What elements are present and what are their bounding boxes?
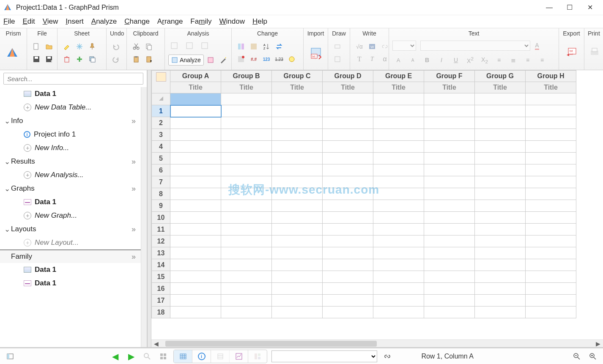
data-cell[interactable] <box>526 295 576 307</box>
nav-data-1[interactable]: Data 1 <box>0 87 141 101</box>
nav-family-graph[interactable]: Data 1 <box>0 276 141 290</box>
data-cell[interactable] <box>526 259 576 271</box>
column-header[interactable]: Group G <box>475 71 526 82</box>
data-cell[interactable] <box>272 212 323 224</box>
menu-change[interactable]: Change <box>124 17 150 26</box>
data-cell[interactable] <box>221 247 272 259</box>
data-cell[interactable] <box>424 176 475 188</box>
data-cell[interactable] <box>323 295 373 307</box>
column-header[interactable]: Group F <box>424 71 475 82</box>
nav-section-family[interactable]: Family » <box>0 249 141 263</box>
menu-help[interactable]: Help <box>252 17 267 26</box>
data-cell[interactable] <box>475 307 526 318</box>
data-cell[interactable] <box>526 176 576 188</box>
data-cell[interactable] <box>373 271 424 283</box>
data-cell[interactable] <box>424 259 475 271</box>
wand-button[interactable] <box>217 54 229 66</box>
data-cell[interactable] <box>323 117 373 129</box>
data-cell[interactable] <box>323 200 373 212</box>
data-cell[interactable] <box>323 105 373 117</box>
data-cell[interactable] <box>221 271 272 283</box>
data-cell[interactable] <box>526 247 576 259</box>
analyze-button[interactable]: Analyze <box>168 55 204 66</box>
transpose-button[interactable] <box>235 41 247 52</box>
data-cell[interactable] <box>424 224 475 235</box>
data-cell[interactable] <box>424 283 475 295</box>
data-cell[interactable] <box>475 176 526 188</box>
data-cell[interactable] <box>221 200 272 212</box>
row-header[interactable]: 16 <box>152 283 170 295</box>
column-header[interactable]: Group B <box>221 71 272 82</box>
gallery-button[interactable] <box>157 350 169 362</box>
data-cell[interactable] <box>424 129 475 141</box>
search-input[interactable] <box>3 73 143 85</box>
view-results-button[interactable] <box>211 350 230 363</box>
data-cell[interactable] <box>373 200 424 212</box>
data-cell[interactable] <box>170 235 221 247</box>
sort-button[interactable]: AZ <box>260 41 272 52</box>
exclude-button[interactable] <box>235 53 247 65</box>
next-sheet-button[interactable]: ▶ <box>125 350 137 362</box>
data-cell[interactable] <box>526 117 576 129</box>
data-cell[interactable] <box>272 164 323 176</box>
column-title[interactable]: Title <box>475 82 526 93</box>
data-cell[interactable] <box>424 307 475 318</box>
new-file-button[interactable] <box>30 41 42 52</box>
data-cell[interactable] <box>221 235 272 247</box>
data-cell[interactable] <box>272 224 323 235</box>
row-header[interactable]: 8 <box>152 188 170 200</box>
data-cell[interactable] <box>323 247 373 259</box>
data-cell[interactable] <box>475 295 526 307</box>
data-cell[interactable] <box>323 224 373 235</box>
data-cell[interactable] <box>373 307 424 318</box>
row-header[interactable]: 12 <box>152 235 170 247</box>
new-sheet-button[interactable] <box>74 53 85 65</box>
pin-button[interactable] <box>86 41 98 52</box>
data-cell[interactable] <box>475 129 526 141</box>
nav-new-analysis[interactable]: + New Analysis... <box>0 168 141 182</box>
nav-new-layout[interactable]: + New Layout... <box>0 236 141 249</box>
find-sheet-button[interactable] <box>141 350 153 362</box>
data-cell[interactable] <box>475 271 526 283</box>
strikethrough-data-button[interactable]: 1.23 <box>273 53 285 65</box>
open-file-button[interactable] <box>43 41 55 52</box>
title-cell[interactable] <box>373 93 424 105</box>
data-cell[interactable] <box>170 176 221 188</box>
data-cell[interactable] <box>373 164 424 176</box>
data-cell[interactable] <box>424 200 475 212</box>
menu-family[interactable]: Family <box>190 17 211 26</box>
row-header[interactable]: 17 <box>152 295 170 307</box>
data-cell[interactable] <box>526 105 576 117</box>
data-cell[interactable] <box>170 164 221 176</box>
data-cell[interactable] <box>475 224 526 235</box>
data-cell[interactable] <box>272 188 323 200</box>
data-cell[interactable] <box>272 235 323 247</box>
data-cell[interactable] <box>221 176 272 188</box>
data-cell[interactable] <box>170 200 221 212</box>
title-cell[interactable] <box>526 93 576 105</box>
title-cell[interactable] <box>323 93 373 105</box>
data-cell[interactable] <box>170 141 221 153</box>
data-cell[interactable] <box>272 200 323 212</box>
sidebar-scrollbar[interactable] <box>141 87 147 347</box>
nav-graph-data-1[interactable]: Data 1 <box>0 195 141 209</box>
row-header[interactable]: 15 <box>152 271 170 283</box>
print-button[interactable] <box>588 44 601 62</box>
data-cell[interactable] <box>526 153 576 164</box>
redo-button[interactable] <box>110 53 122 65</box>
data-cell[interactable] <box>424 235 475 247</box>
data-cell[interactable] <box>323 129 373 141</box>
data-cell[interactable] <box>323 164 373 176</box>
freeze-button[interactable] <box>74 41 85 52</box>
nav-project-info[interactable]: i Project info 1 <box>0 128 141 141</box>
data-cell[interactable] <box>170 247 221 259</box>
menu-view[interactable]: View <box>43 17 58 26</box>
data-cell[interactable] <box>272 176 323 188</box>
view-data-table-button[interactable] <box>174 350 192 363</box>
paste-button[interactable] <box>130 53 142 65</box>
data-cell[interactable] <box>323 212 373 224</box>
title-cell[interactable] <box>272 93 323 105</box>
data-cell[interactable] <box>221 259 272 271</box>
row-header[interactable]: 5 <box>152 153 170 164</box>
row-header[interactable]: 18 <box>152 307 170 318</box>
